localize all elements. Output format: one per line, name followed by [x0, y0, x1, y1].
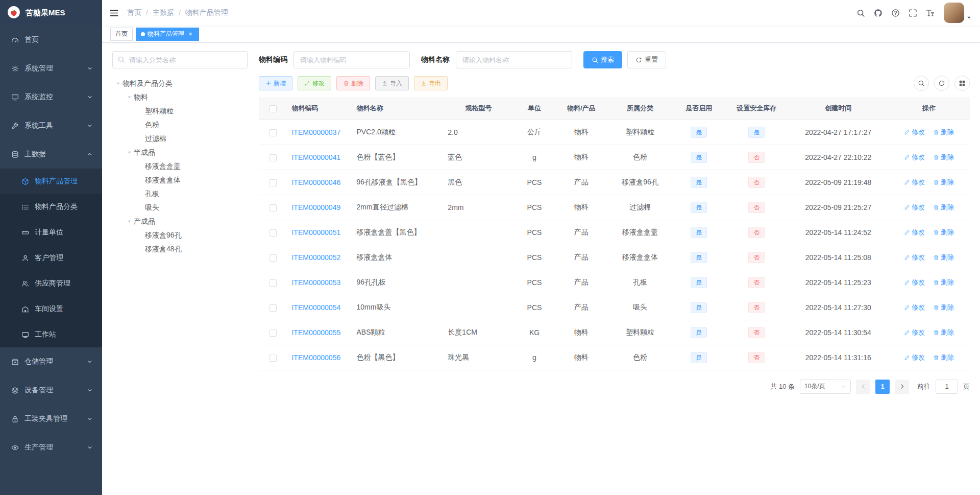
- row-delete-link[interactable]: 删除: [933, 203, 954, 212]
- row-delete-link[interactable]: 删除: [933, 153, 954, 162]
- sidebar-item-system-tools[interactable]: 系统工具: [0, 111, 102, 140]
- page-size-select[interactable]: 10条/页: [800, 380, 851, 394]
- search-toggle-button[interactable]: [914, 76, 929, 91]
- row-checkbox[interactable]: [270, 304, 277, 312]
- tree-node[interactable]: 吸头: [112, 201, 248, 215]
- row-checkbox[interactable]: [270, 154, 277, 161]
- tab[interactable]: 首页 ×: [110, 28, 133, 41]
- row-checkbox[interactable]: [270, 279, 277, 287]
- row-checkbox[interactable]: [270, 204, 277, 211]
- font-size-icon[interactable]: [921, 3, 939, 23]
- item-code-link[interactable]: ITEM00000054: [291, 303, 340, 312]
- item-code-link[interactable]: ITEM00000049: [291, 203, 340, 211]
- row-edit-link[interactable]: 修改: [904, 228, 925, 237]
- breadcrumb-item[interactable]: 首页: [127, 8, 141, 17]
- tree-node[interactable]: 产成品: [112, 215, 248, 228]
- item-code-link[interactable]: ITEM00000037: [291, 128, 340, 136]
- sidebar-item-workstation[interactable]: 工作站: [0, 322, 102, 347]
- tree-node[interactable]: 物料及产品分类: [112, 77, 248, 90]
- row-delete-link[interactable]: 删除: [933, 253, 954, 262]
- row-delete-link[interactable]: 删除: [933, 353, 954, 362]
- sidebar-item-production-management[interactable]: 生产管理: [0, 433, 102, 462]
- sidebar-item-system-monitoring[interactable]: 系统监控: [0, 83, 102, 111]
- sidebar-item-fixture-management[interactable]: 工装夹具管理: [0, 405, 102, 433]
- avatar[interactable]: [944, 3, 964, 23]
- columns-toggle-button[interactable]: [954, 76, 970, 91]
- prev-page-button[interactable]: [856, 380, 870, 394]
- item-code-link[interactable]: ITEM00000051: [291, 228, 340, 237]
- code-filter-input[interactable]: [293, 51, 410, 68]
- user-menu[interactable]: [944, 3, 972, 23]
- add-button[interactable]: 新增: [259, 76, 292, 90]
- row-checkbox[interactable]: [270, 229, 277, 237]
- sidebar-item-warehouse-management[interactable]: 仓储管理: [0, 347, 102, 376]
- tree-node[interactable]: 移液盒盒体: [112, 173, 248, 187]
- sidebar-item-home[interactable]: 首页: [0, 26, 102, 54]
- export-button[interactable]: 导出: [414, 76, 448, 90]
- row-delete-link[interactable]: 删除: [933, 228, 954, 237]
- reset-button[interactable]: 重置: [627, 51, 666, 68]
- sidebar-item-measure-unit[interactable]: 计量单位: [0, 220, 102, 245]
- breadcrumb-item[interactable]: 物料产品管理: [185, 8, 228, 17]
- tab[interactable]: 物料产品管理 ×: [136, 28, 199, 41]
- tree-node[interactable]: 色粉: [112, 118, 248, 132]
- search-icon[interactable]: [852, 3, 869, 23]
- tree-node[interactable]: 移液盒96孔: [112, 228, 248, 242]
- sidebar-item-supplier-management[interactable]: 供应商管理: [0, 271, 102, 296]
- sidebar-item-system-management[interactable]: 系统管理: [0, 54, 102, 83]
- row-edit-link[interactable]: 修改: [904, 253, 925, 262]
- github-icon[interactable]: [869, 3, 887, 23]
- search-button[interactable]: 搜索: [583, 51, 622, 68]
- row-edit-link[interactable]: 修改: [904, 128, 925, 137]
- caret-down-icon[interactable]: [125, 150, 134, 155]
- breadcrumb-item[interactable]: 主数据: [153, 8, 174, 17]
- tree-node[interactable]: 移液盒48孔: [112, 242, 248, 256]
- row-delete-link[interactable]: 删除: [933, 128, 954, 137]
- row-edit-link[interactable]: 修改: [904, 203, 925, 212]
- caret-down-icon[interactable]: [113, 81, 122, 86]
- name-filter-input[interactable]: [456, 51, 572, 68]
- category-search-input[interactable]: [112, 51, 248, 68]
- refresh-button[interactable]: [934, 76, 949, 91]
- item-code-link[interactable]: ITEM00000041: [291, 153, 340, 161]
- row-delete-link[interactable]: 删除: [933, 178, 954, 187]
- caret-down-icon[interactable]: [125, 95, 134, 100]
- sidebar-item-workshop-settings[interactable]: 车间设置: [0, 296, 102, 322]
- row-edit-link[interactable]: 修改: [904, 303, 925, 312]
- tree-node[interactable]: 半成品: [112, 146, 248, 159]
- next-page-button[interactable]: [895, 380, 909, 394]
- row-checkbox[interactable]: [270, 129, 277, 136]
- goto-page-input[interactable]: [936, 380, 958, 394]
- tree-node[interactable]: 塑料颗粒: [112, 104, 248, 118]
- sidebar-item-customer-management[interactable]: 客户管理: [0, 245, 102, 271]
- item-code-link[interactable]: ITEM00000056: [291, 353, 340, 362]
- sidebar-item-master-data[interactable]: 主数据: [0, 140, 102, 169]
- item-code-link[interactable]: ITEM00000053: [291, 278, 340, 287]
- item-code-link[interactable]: ITEM00000052: [291, 253, 340, 262]
- delete-button[interactable]: 删除: [336, 76, 370, 90]
- current-page-button[interactable]: 1: [875, 380, 890, 394]
- tree-node[interactable]: 孔板: [112, 187, 248, 201]
- item-code-link[interactable]: ITEM00000046: [291, 178, 340, 186]
- row-delete-link[interactable]: 删除: [933, 328, 954, 337]
- import-button[interactable]: 导入: [375, 76, 409, 90]
- sidebar-item-material-product-category[interactable]: 物料产品分类: [0, 194, 102, 220]
- hamburger-icon[interactable]: [109, 8, 119, 18]
- tree-node[interactable]: 过滤棉: [112, 132, 248, 146]
- row-checkbox[interactable]: [270, 179, 277, 186]
- sidebar-item-equipment-management[interactable]: 设备管理: [0, 376, 102, 405]
- edit-button[interactable]: 修改: [298, 76, 331, 90]
- row-delete-link[interactable]: 删除: [933, 303, 954, 312]
- item-code-link[interactable]: ITEM00000055: [291, 328, 340, 337]
- tree-node[interactable]: 物料: [112, 90, 248, 104]
- row-checkbox[interactable]: [270, 329, 277, 337]
- help-icon[interactable]: [887, 3, 904, 23]
- row-edit-link[interactable]: 修改: [904, 353, 925, 362]
- tree-node[interactable]: 移液盒盒盖: [112, 159, 248, 173]
- tab-close-icon[interactable]: ×: [187, 31, 194, 38]
- sidebar-item-material-product-management[interactable]: 物料产品管理: [0, 169, 102, 194]
- app-logo[interactable]: 苦糖果MES: [0, 0, 102, 26]
- row-delete-link[interactable]: 删除: [933, 278, 954, 287]
- fullscreen-icon[interactable]: [904, 3, 921, 23]
- row-edit-link[interactable]: 修改: [904, 328, 925, 337]
